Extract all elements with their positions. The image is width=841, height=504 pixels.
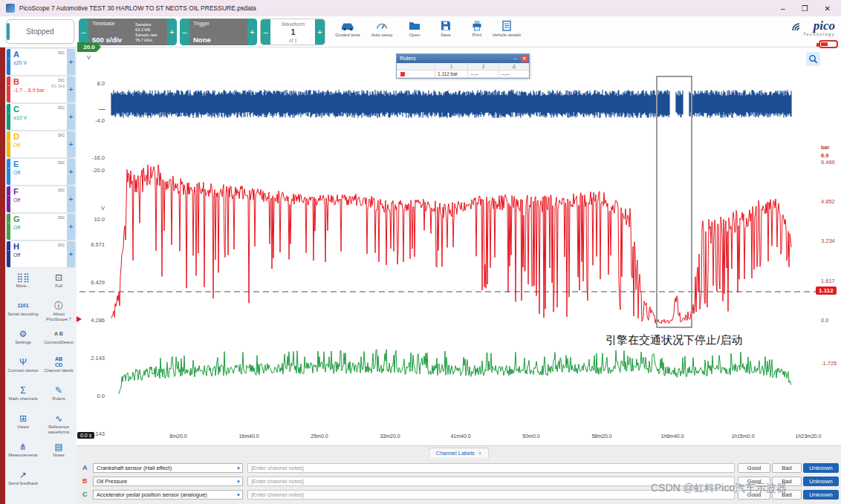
channel-scale-tag[interactable]: 20.0 (77, 42, 101, 52)
channel-h-expand-button[interactable]: + (67, 241, 75, 267)
rulers-close-button[interactable]: ✕ (521, 55, 528, 62)
channel-g-collapse-bar[interactable]: – (7, 214, 10, 240)
waveform-previous-button[interactable]: – (261, 19, 270, 45)
channel-g-expand-button[interactable]: + (67, 214, 75, 240)
y-axis-c-tick: 2.143 (78, 355, 105, 361)
send-feedback-icon: ↗ (6, 469, 40, 481)
timebase-decrease-button[interactable]: – (79, 19, 88, 45)
trigger-label: Trigger (193, 21, 244, 26)
rulers-panel-titlebar[interactable]: Rulers – ✕ (397, 54, 529, 63)
channel-panel-h[interactable]: – H Off DC + (7, 241, 75, 267)
channel-e-collapse-bar[interactable]: – (7, 159, 10, 185)
channel-list: – A ±20 V DC + – B -1.7 .. 6.9 bar DC R1… (7, 49, 75, 269)
channel-c-expand-button[interactable]: + (67, 104, 75, 130)
unknown-button-a[interactable]: Unknown (803, 463, 839, 473)
tab-close-icon[interactable]: × (478, 450, 481, 456)
trigger-mode-value[interactable]: None (193, 36, 244, 44)
print-button[interactable]: Print (461, 19, 493, 46)
channel-h-letter: H (13, 242, 19, 251)
channel-f-collapse-bar[interactable]: – (7, 186, 10, 212)
trigger-previous-button[interactable]: – (180, 19, 189, 45)
guided-tests-button[interactable]: Guided tests (331, 19, 364, 46)
open-button[interactable]: Open (398, 19, 431, 46)
rulers-panel[interactable]: Rulers – ✕ 1 2 Δ 1.112 bar --.-- --.-- (396, 53, 530, 79)
bad-button-a[interactable]: Bad (772, 463, 802, 473)
tool-send-feedback[interactable]: ↗Send feedback (6, 468, 40, 494)
tool-channel-labels[interactable]: AB CDChannel labels (42, 355, 76, 382)
tool-about[interactable]: ⓘAbout PicoScope 7 (42, 298, 76, 325)
tool-views[interactable]: ⊞Views (6, 411, 40, 438)
channel-d-collapse-bar[interactable]: – (7, 131, 10, 157)
tool-connectdetect[interactable]: A BConnectDetect (42, 327, 76, 353)
channel-panel-c[interactable]: – C ±10 V DC + (7, 104, 75, 130)
sensor-select-a[interactable]: Crankshaft sensor (Hall effect)▼ (93, 463, 243, 473)
tool-more[interactable]: ⣿⣿More... (6, 270, 40, 297)
channel-c-letter: C (13, 105, 19, 114)
tool-measurements[interactable]: ⋔Measurements (6, 439, 40, 466)
auto-setup-button[interactable]: Auto setup (366, 19, 398, 46)
tool-notes[interactable]: ▤Notes (42, 439, 76, 466)
channel-b-probe: R1 343 (51, 84, 65, 88)
channel-panel-d[interactable]: – D Off DC + (7, 131, 75, 157)
zoom-tool-button[interactable] (806, 52, 820, 66)
tool-connect-device[interactable]: ΨConnect device (6, 355, 40, 382)
channel-b-letter: B (13, 77, 19, 86)
channel-panel-g[interactable]: – G Off DC + (7, 214, 75, 240)
notes-icon: ▤ (42, 441, 76, 453)
channel-notes-input-a[interactable] (247, 463, 735, 473)
rulers-minimize-button[interactable]: – (514, 54, 517, 63)
minimize-button[interactable]: – (781, 4, 785, 13)
ruler-value-tag[interactable]: 1.112 (816, 287, 837, 295)
y-axis-a-tick: 8.0 (78, 80, 105, 87)
channel-e-expand-button[interactable]: + (67, 159, 75, 185)
channel-b-expand-button[interactable]: + (67, 76, 75, 102)
axis-b-unit: bar (821, 144, 830, 151)
good-button-a[interactable]: Good (738, 463, 770, 473)
channel-c-collapse-bar[interactable]: – (7, 104, 10, 130)
trigger-next-button[interactable]: + (247, 19, 257, 45)
channel-a-collapse-bar[interactable]: – (7, 49, 10, 75)
save-button[interactable]: Save (429, 19, 462, 46)
channel-panel-e[interactable]: – E Off DC + (7, 159, 75, 185)
axis-a-unit: V (87, 54, 91, 61)
tool-full[interactable]: ⊡Full (42, 270, 76, 297)
channel-a-expand-button[interactable]: + (67, 49, 75, 75)
channel-labels-tab[interactable]: Channel Labels× (429, 448, 490, 458)
connectdetect-icon: A B (42, 328, 76, 340)
close-button[interactable]: ✕ (825, 4, 831, 13)
tool-reference-waveforms[interactable]: ∿Reference waveforms (42, 411, 76, 438)
rulers-panel-title: Rulers (400, 55, 416, 62)
tool-serial-decoding[interactable]: 1101Serial decoding (6, 298, 40, 325)
channel-h-collapse-bar[interactable]: – (7, 241, 10, 267)
info-icon: ⓘ (42, 300, 76, 312)
start-stop-label: Stopped (26, 27, 53, 36)
timebase-control: – Timebase 500 s/div Samples 63.3 MS Sam… (79, 19, 177, 45)
channel-e-coupling: DC (58, 160, 65, 165)
channel-panel-a[interactable]: – A ±20 V DC + (7, 49, 75, 75)
waveform-next-button[interactable]: + (315, 19, 325, 45)
channel-f-expand-button[interactable]: + (67, 186, 75, 212)
vehicle-details-button[interactable]: Vehicle details (490, 19, 523, 46)
channel-b-collapse-bar[interactable]: – (7, 76, 10, 102)
waveform-plot[interactable] (77, 48, 817, 445)
timebase-increase-button[interactable]: + (167, 19, 177, 45)
unknown-button-c[interactable]: Unknown (803, 490, 839, 500)
y-axis-c-tick: 10.0 (78, 216, 105, 223)
app-icon (6, 4, 15, 13)
channel-d-expand-button[interactable]: + (67, 131, 75, 157)
maximize-button[interactable]: ❐ (802, 4, 808, 13)
tool-math-channels[interactable]: ΣMath channels (6, 383, 40, 410)
unknown-button-b[interactable]: Unknown (803, 477, 839, 486)
start-stop-button[interactable]: Stopped (6, 19, 74, 44)
tool-rulers[interactable]: ✎Rulers (42, 383, 76, 410)
channel-panel-b[interactable]: – B -1.7 .. 6.9 bar DC R1 343 + (7, 76, 75, 102)
usb-icon: Ψ (6, 356, 40, 368)
sensor-select-c[interactable]: Accelerator pedal position sensor (analo… (93, 490, 243, 500)
sensor-select-b[interactable]: Oil Pressure▼ (93, 477, 243, 486)
timebase-value[interactable]: 500 s/div (92, 36, 130, 44)
row-channel-letter: C (82, 491, 88, 498)
tool-settings[interactable]: ⚙Settings (6, 327, 40, 353)
chevron-down-icon: ▼ (236, 466, 241, 471)
device-status-battery-icon[interactable] (819, 40, 838, 48)
channel-panel-f[interactable]: – F Off DC + (7, 186, 75, 212)
